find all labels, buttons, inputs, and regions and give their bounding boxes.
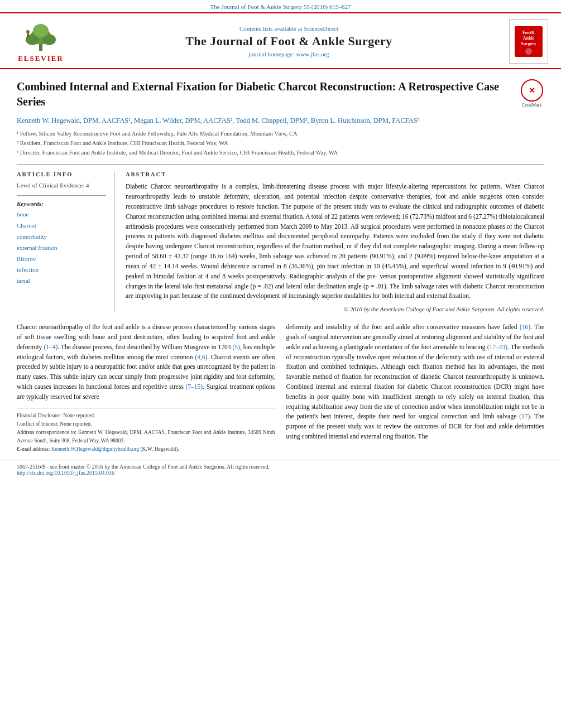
address-correspondence: Address correspondence to: Kenneth W. He… [17,428,275,445]
abstract-text: Diabetic Charcot neuroarthropathy is a c… [126,182,544,301]
financial-disclosure: Financial Disclosure: None reported. [17,412,275,420]
doi-line: http://dx.doi.org/10.1053/j.jfas.2015.04… [17,470,544,476]
sciencedirect-link[interactable]: ScienceDirect [304,25,338,32]
article-info-col: ARTICLE INFO Level of Clinical Evidence:… [17,171,114,312]
email-line: E-mail address: Kenneth.W.Hegewald@digni… [17,445,275,454]
footnotes-area: Financial Disclosure: None reported. Con… [17,408,275,454]
svg-point-5 [26,30,30,33]
svg-text:Foot&: Foot& [522,30,535,35]
issn-line: 1067-2516/$ - see front matter © 2016 by… [17,464,544,470]
svg-point-4 [33,24,49,37]
svg-point-11 [525,48,532,55]
journal-center: Contents lists available at ScienceDirec… [77,25,501,57]
keywords-divider [17,195,106,196]
keyword-infection: infection [17,264,106,276]
journal-logo-box: Foot& Ankle Surgery [509,19,548,64]
keyword-ilizarov: Ilizarov [17,254,106,265]
elsevier-tree-icon [16,20,66,53]
abstract-title: ABSTRACT [126,171,544,177]
affiliation-3: ³ Director, Franciscan Foot and Ankle In… [17,148,514,158]
top-bar: The Journal of Foot & Ankle Surgery 55 (… [0,0,561,13]
svg-text:Ankle: Ankle [523,36,535,41]
crossmark-icon: ✕ [521,79,543,102]
elsevier-logo: ELSEVIER [10,20,71,63]
ref-17b[interactable]: (17) [519,413,530,420]
copyright-line: © 2016 by the American College of Foot a… [126,306,544,312]
keywords-list: bone Charcot comorbidity external fixati… [17,209,106,287]
svg-text:Surgery: Surgery [521,41,536,46]
journal-logo-icon: Foot& Ankle Surgery [515,26,543,57]
homepage-link[interactable]: www.jfas.org [296,51,329,57]
article-title-text: Combined Internal and External Fixation … [17,79,514,157]
ref-5[interactable]: (5) [233,344,240,350]
body-left-text: Charcot neuroarthropathy of the foot and… [17,322,275,402]
keyword-external-fixation: external fixation [17,243,106,254]
keywords-title: Keywords: [17,200,106,207]
affiliation-2: ² Resident, Franciscan Foot and Ankle In… [17,139,514,148]
ref-16[interactable]: (16) [520,324,530,330]
keyword-tarsal: tarsal [17,276,106,287]
authors: Kenneth W. Hegewald, DPM, AACFAS¹, Megan… [17,115,514,126]
section-divider [17,164,544,165]
svg-rect-6 [27,33,29,38]
body-right-col: deformity and instability of the foot an… [286,322,545,454]
affiliation-1: ¹ Fellow, Silicon Valley Reconstructive … [17,129,514,139]
ref-4-6[interactable]: (4,6) [195,354,207,360]
affiliations: ¹ Fellow, Silicon Valley Reconstructive … [17,129,514,157]
email-link[interactable]: Kenneth.W.Hegewald@dignityhealth.org [51,446,139,452]
body-right-text: deformity and instability of the foot an… [286,322,545,442]
journal-homepage: journal homepage: www.jfas.org [77,51,501,57]
article-title-section: Combined Internal and External Fixation … [17,79,544,157]
ref-1-4[interactable]: (1–4) [44,344,57,350]
crossmark-badge: ✕ CrossMark [519,79,544,108]
level-of-evidence: Level of Clinical Evidence: 4 [17,182,106,189]
body-section: Charcot neuroarthropathy of the foot and… [17,322,544,454]
abstract-col: ABSTRACT Diabetic Charcot neuroarthropat… [126,171,544,312]
article-info-abstract: ARTICLE INFO Level of Clinical Evidence:… [17,171,544,312]
body-left-col: Charcot neuroarthropathy of the foot and… [17,322,275,454]
conflict-of-interest: Conflict of Interest: None reported. [17,420,275,428]
article-info-title: ARTICLE INFO [17,171,106,177]
main-content: Combined Internal and External Fixation … [0,69,561,460]
elsevier-brand-text: ELSEVIER [18,54,64,63]
journal-header: ELSEVIER Contents lists available at Sci… [0,13,561,69]
keyword-charcot: Charcot [17,220,106,232]
ref-7-15[interactable]: (7–15) [186,383,203,390]
journal-citation: The Journal of Foot & Ankle Surgery 55 (… [210,3,351,10]
bottom-bar: 1067-2516/$ - see front matter © 2016 by… [0,460,561,478]
level-value: 4 [86,182,89,189]
sciencedirect-line: Contents lists available at ScienceDirec… [77,25,501,32]
journal-logo-right: Foot& Ankle Surgery [506,19,551,64]
keyword-comorbidity: comorbidity [17,232,106,243]
keyword-bone: bone [17,209,106,220]
article-title: Combined Internal and External Fixation … [17,79,514,109]
doi-link[interactable]: http://dx.doi.org/10.1053/j.jfas.2015.04… [17,470,114,476]
ref-17-23[interactable]: (17–23) [487,344,507,350]
crossmark-label: CrossMark [522,103,542,108]
journal-title: The Journal of Foot & Ankle Surgery [77,34,501,49]
